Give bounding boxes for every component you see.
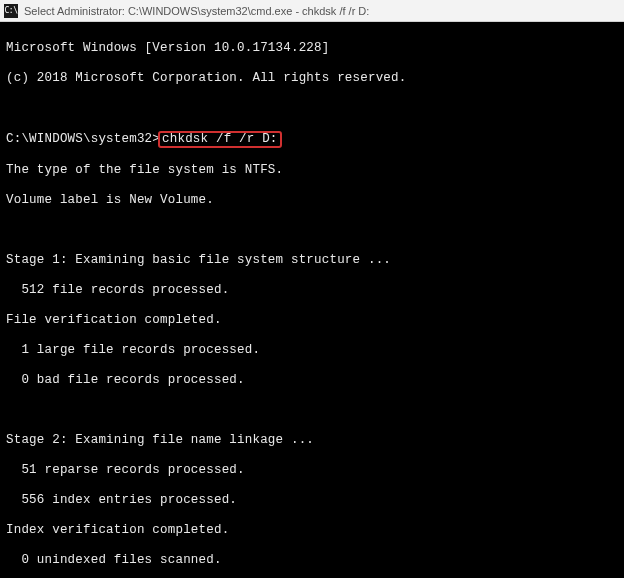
blank-line	[6, 223, 618, 238]
stage2-reparse: 51 reparse records processed.	[6, 463, 618, 478]
stage2-title: Stage 2: Examining file name linkage ...	[6, 433, 618, 448]
cmd-icon: C:\	[4, 4, 18, 18]
stage2-index: 556 index entries processed.	[6, 493, 618, 508]
command-highlight: chkdsk /f /r D:	[158, 131, 282, 148]
stage1-verify: File verification completed.	[6, 313, 618, 328]
stage1-bad: 0 bad file records processed.	[6, 373, 618, 388]
prompt-path: C:\WINDOWS\system32>	[6, 132, 160, 146]
os-version-line: Microsoft Windows [Version 10.0.17134.22…	[6, 41, 618, 56]
blank-line	[6, 101, 618, 116]
stage1-large: 1 large file records processed.	[6, 343, 618, 358]
stage1-records: 512 file records processed.	[6, 283, 618, 298]
blank-line	[6, 403, 618, 418]
window-titlebar[interactable]: C:\ Select Administrator: C:\WINDOWS\sys…	[0, 0, 624, 22]
stage2-unindexed-scan: 0 unindexed files scanned.	[6, 553, 618, 568]
volume-label-line: Volume label is New Volume.	[6, 193, 618, 208]
terminal-output[interactable]: Microsoft Windows [Version 10.0.17134.22…	[0, 22, 624, 578]
copyright-line: (c) 2018 Microsoft Corporation. All righ…	[6, 71, 618, 86]
window-title: Select Administrator: C:\WINDOWS\system3…	[24, 5, 369, 17]
fs-type-line: The type of the file system is NTFS.	[6, 163, 618, 178]
command-line: C:\WINDOWS\system32>chkdsk /f /r D:	[6, 131, 618, 148]
stage1-title: Stage 1: Examining basic file system str…	[6, 253, 618, 268]
stage2-verify: Index verification completed.	[6, 523, 618, 538]
